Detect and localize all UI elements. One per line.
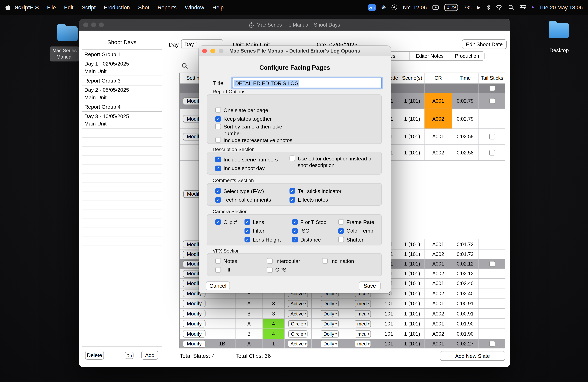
menu-shot[interactable]: Shot xyxy=(134,4,153,10)
table-row[interactable]: ModifyA3Active▾Dolly▾med▾1011 (101)A0010… xyxy=(180,299,505,309)
modify-button[interactable]: Modify xyxy=(183,310,205,317)
minimize-button[interactable] xyxy=(91,22,96,27)
desktop-icon-label[interactable]: Desktop xyxy=(542,47,576,53)
checkbox-tail-sticks-indicator[interactable]: Tail sticks indicator xyxy=(290,187,342,195)
checkbox-keep-slates-together[interactable]: Keep slates together xyxy=(215,115,300,123)
size-select[interactable]: med▾ xyxy=(355,300,371,307)
delete-button[interactable]: Delete xyxy=(85,351,104,360)
dialog-zoom-button[interactable] xyxy=(219,49,223,53)
checkbox-frame-rate[interactable]: Frame Rate xyxy=(338,218,374,226)
move-select[interactable]: Dolly▾ xyxy=(321,310,339,317)
modify-button[interactable]: Modify xyxy=(183,340,205,348)
checkbox-color-temp[interactable]: Color Temp xyxy=(338,226,374,235)
menu-window[interactable]: Window xyxy=(181,4,209,10)
checkbox-lens[interactable]: Lens xyxy=(245,218,281,226)
shoot-day-list-item[interactable]: Report Group 1 xyxy=(82,50,162,59)
record-status-icon[interactable] xyxy=(392,5,397,10)
menu-script[interactable]: Script xyxy=(78,4,100,10)
status-select[interactable]: Circle▾ xyxy=(288,320,308,327)
checkbox-clip[interactable]: Clip # xyxy=(215,218,237,226)
window-titlebar[interactable]: Mac Series File Manual - Shoot Days xyxy=(79,19,510,31)
battery-percentage[interactable]: 7% xyxy=(463,4,471,10)
checkbox-shutter[interactable]: Shutter xyxy=(338,235,374,244)
checkbox-technical-comments[interactable]: Technical comments xyxy=(215,195,271,204)
status-select[interactable]: Active▾ xyxy=(288,300,308,307)
tail-sticks-checkbox[interactable] xyxy=(489,341,495,346)
tab-production[interactable]: Production xyxy=(450,52,484,60)
close-button[interactable] xyxy=(83,22,88,27)
tail-sticks-checkbox[interactable] xyxy=(489,86,495,91)
tail-sticks-checkbox[interactable] xyxy=(489,134,495,139)
checkbox-sort-by-camera-then-take-number[interactable]: Sort by camera then take number xyxy=(215,123,300,137)
cancel-button[interactable]: Cancel xyxy=(206,281,230,290)
menu-reports[interactable]: Reports xyxy=(153,4,181,10)
dn-button[interactable]: Dn xyxy=(125,352,133,359)
checkbox-select-type-fav[interactable]: Select type (FAV) xyxy=(215,187,271,195)
table-row[interactable]: ModifyA4Circle▾Dolly▾med▾1011 (101)A0010… xyxy=(180,319,505,329)
modify-button[interactable]: Modify xyxy=(183,320,205,327)
table-row[interactable]: ModifyB3Active▾Dolly▾mcu▾1011 (101)A0020… xyxy=(180,309,505,319)
add-button[interactable]: Add xyxy=(141,351,158,360)
checkbox-effects-notes[interactable]: Effects notes xyxy=(290,195,342,204)
save-button[interactable]: Save xyxy=(359,281,381,290)
move-select[interactable]: Dolly▾ xyxy=(321,300,339,307)
checkbox-gps[interactable]: GPS xyxy=(267,265,300,274)
shoot-day-list-item[interactable]: Day 2 - 05/05/2025 Main Unit xyxy=(82,86,162,102)
dialog-close-button[interactable] xyxy=(202,49,207,53)
zoom-app-icon[interactable]: zm xyxy=(368,4,376,11)
checkbox-notes[interactable]: Notes xyxy=(215,257,237,265)
zoom-button[interactable] xyxy=(99,22,104,27)
wifi-icon[interactable] xyxy=(496,5,503,10)
move-select[interactable]: Dolly▾ xyxy=(321,340,339,347)
size-select[interactable]: mcu▾ xyxy=(355,330,371,337)
checkbox-include-shoot-day[interactable]: Include shoot day xyxy=(215,164,278,173)
checkbox-f-or-t-stop[interactable]: F or T Stop xyxy=(292,218,327,226)
checkbox-one-slate-per-page[interactable]: One slate per page xyxy=(215,106,300,115)
edit-shoot-date-button[interactable]: Edit Shoot Date xyxy=(462,39,507,49)
spotlight-search-icon[interactable] xyxy=(508,4,514,10)
apple-menu-icon[interactable] xyxy=(5,4,10,11)
status-select[interactable]: Active▾ xyxy=(288,340,308,347)
app-menu-name[interactable]: ScriptE S xyxy=(11,4,43,10)
checkbox-interocular[interactable]: Interocular xyxy=(267,257,300,265)
tail-sticks-checkbox[interactable] xyxy=(489,98,495,104)
search-icon[interactable] xyxy=(182,62,189,69)
menu-file[interactable]: File xyxy=(43,4,60,10)
file-icon-label[interactable]: Mac Series Manual xyxy=(50,47,79,61)
size-select[interactable]: med▾ xyxy=(355,320,371,327)
move-select[interactable]: Dolly▾ xyxy=(321,320,339,327)
modify-button[interactable]: Modify xyxy=(183,330,205,338)
menubar-clock[interactable]: Tue 20 May 18:06 xyxy=(539,4,583,10)
checkbox-lens-height[interactable]: Lens Height xyxy=(245,235,281,244)
ny-time-label[interactable]: NY: 12:06 xyxy=(403,4,427,10)
status-select[interactable]: Circle▾ xyxy=(288,330,308,337)
checkbox-iso[interactable]: ISO xyxy=(292,226,327,235)
play-status-icon[interactable]: ▶ xyxy=(477,5,481,10)
checkbox-filter[interactable]: Filter xyxy=(245,226,281,235)
table-row[interactable]: ModifyB4Circle▾Dolly▾mcu▾1011 (101)A0020… xyxy=(180,329,505,339)
modify-button[interactable]: Modify xyxy=(183,300,205,307)
menu-edit[interactable]: Edit xyxy=(60,4,78,10)
dialog-minimize-button[interactable] xyxy=(210,49,215,53)
shoot-day-list-item[interactable]: Report Group 3 xyxy=(82,76,162,86)
checkbox-tilt[interactable]: Tilt xyxy=(215,265,237,274)
checkbox-distance[interactable]: Distance xyxy=(292,235,327,244)
checkbox-include-scene-numbers[interactable]: Include scene numbers xyxy=(215,155,278,164)
dialog-titlebar[interactable]: Mac Series File Manual - Detailed Editor… xyxy=(199,46,391,56)
status-select[interactable]: Active▾ xyxy=(288,310,308,317)
desktop-folder-icon[interactable] xyxy=(549,23,569,38)
title-input[interactable]: DETAILED EDITOR'S LOG xyxy=(232,78,382,88)
tail-sticks-checkbox[interactable] xyxy=(489,150,495,155)
table-row[interactable]: Modify1BA1Active▾Dolly▾med▾1011 (101)A00… xyxy=(180,339,505,348)
display-status-icon[interactable] xyxy=(432,5,439,10)
bluetooth-icon[interactable] xyxy=(486,5,490,10)
shoot-day-list-item[interactable]: Day 3 - 10/05/2025 Main Unit xyxy=(82,112,162,129)
menu-production[interactable]: Production xyxy=(100,4,134,10)
checkbox-inclination[interactable]: Inclination xyxy=(322,257,354,265)
menu-help[interactable]: Help xyxy=(208,4,228,10)
move-select[interactable]: Dolly▾ xyxy=(321,330,339,337)
tail-sticks-checkbox[interactable] xyxy=(489,261,495,267)
recording-timer-badge[interactable]: 0:29 xyxy=(444,4,458,11)
size-select[interactable]: mcu▾ xyxy=(355,310,371,317)
control-center-icon[interactable] xyxy=(520,5,526,9)
